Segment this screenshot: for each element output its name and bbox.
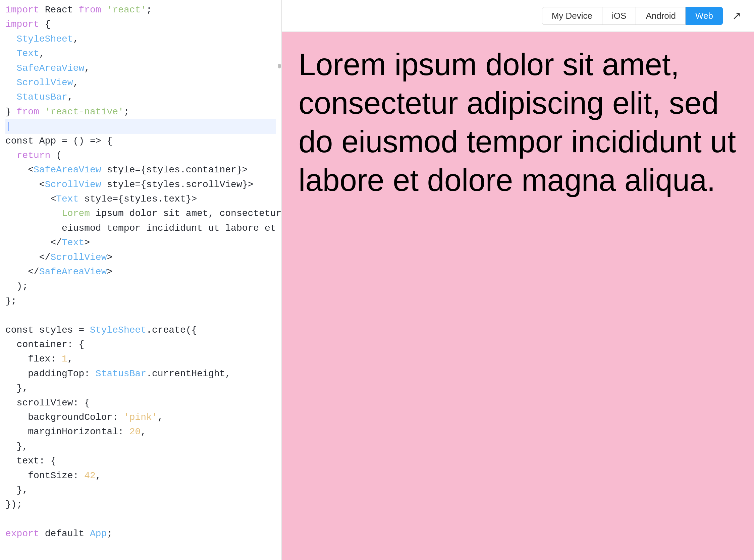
code-editor: import React from 'react';import { Style… bbox=[0, 0, 282, 560]
code-line: | bbox=[5, 119, 276, 134]
code-line: import React from 'react'; bbox=[5, 3, 276, 17]
preview-text: Lorem ipsum dolor sit amet, consectetur … bbox=[282, 32, 754, 213]
device-tab-android[interactable]: Android bbox=[636, 7, 686, 25]
code-line: </ScrollView> bbox=[5, 250, 276, 264]
code-line: } from 'react-native'; bbox=[5, 105, 276, 119]
code-line: }, bbox=[5, 439, 276, 454]
code-line: flex: 1, bbox=[5, 352, 276, 366]
device-tab-my-device[interactable]: My Device bbox=[542, 7, 602, 25]
code-line: export default App; bbox=[5, 526, 276, 541]
scrollbar[interactable] bbox=[278, 64, 281, 68]
code-line: <Text style={styles.text}> bbox=[5, 192, 276, 206]
code-line: Lorem ipsum dolor sit amet, consectetur … bbox=[5, 206, 276, 221]
code-line: eiusmod tempor incididunt ut labore et d… bbox=[5, 221, 276, 235]
code-line: }; bbox=[5, 294, 276, 308]
preview-content: Lorem ipsum dolor sit amet, consectetur … bbox=[282, 32, 754, 560]
code-line: }, bbox=[5, 483, 276, 497]
code-line: Text, bbox=[5, 46, 276, 61]
code-line: }, bbox=[5, 381, 276, 395]
device-tab-web[interactable]: Web bbox=[686, 7, 723, 25]
code-line: scrollView: { bbox=[5, 396, 276, 410]
device-toolbar: My DeviceiOSAndroidWeb ↗ bbox=[282, 0, 754, 32]
code-line: </SafeAreaView> bbox=[5, 264, 276, 279]
code-line: const styles = StyleSheet.create({ bbox=[5, 323, 276, 337]
code-line: text: { bbox=[5, 454, 276, 468]
preview-panel: My DeviceiOSAndroidWeb ↗ Lorem ipsum dol… bbox=[282, 0, 754, 560]
code-line: <ScrollView style={styles.scrollView}> bbox=[5, 177, 276, 192]
code-line: StatusBar, bbox=[5, 90, 276, 104]
code-line: backgroundColor: 'pink', bbox=[5, 410, 276, 424]
code-line: marginHorizontal: 20, bbox=[5, 424, 276, 439]
code-line: ScrollView, bbox=[5, 76, 276, 90]
code-line: import { bbox=[5, 17, 276, 32]
code-content[interactable]: import React from 'react';import { Style… bbox=[0, 0, 281, 544]
code-line: </Text> bbox=[5, 235, 276, 250]
code-line: ); bbox=[5, 279, 276, 294]
code-line: fontSize: 42, bbox=[5, 468, 276, 483]
code-line: SafeAreaView, bbox=[5, 61, 276, 76]
code-line: const App = () => { bbox=[5, 134, 276, 148]
code-line: <SafeAreaView style={styles.container}> bbox=[5, 163, 276, 177]
device-button-group: My DeviceiOSAndroidWeb bbox=[542, 7, 723, 25]
device-tab-ios[interactable]: iOS bbox=[602, 7, 636, 25]
code-line: paddingTop: StatusBar.currentHeight, bbox=[5, 366, 276, 381]
code-line: container: { bbox=[5, 337, 276, 352]
code-line: return ( bbox=[5, 148, 276, 163]
code-line: StyleSheet, bbox=[5, 32, 276, 46]
external-link-button[interactable]: ↗ bbox=[730, 7, 744, 25]
code-line bbox=[5, 512, 276, 526]
code-line bbox=[5, 308, 276, 323]
code-line: }); bbox=[5, 497, 276, 512]
